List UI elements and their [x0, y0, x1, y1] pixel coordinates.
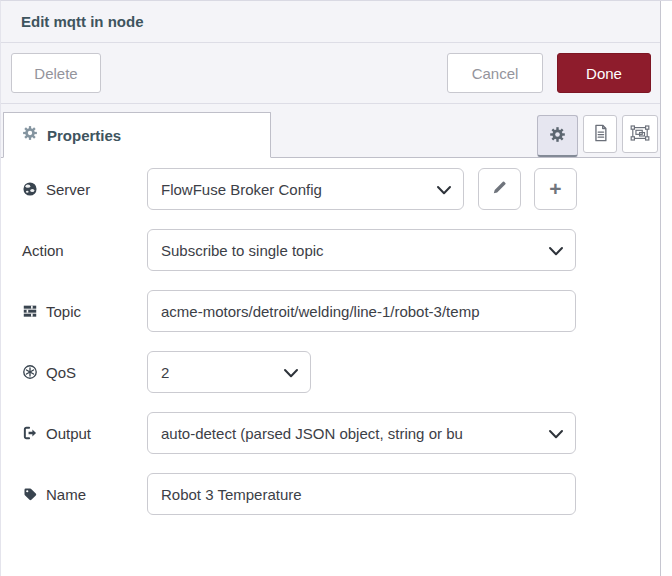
- name-row: Name: [1, 473, 660, 515]
- name-label: Name: [1, 486, 147, 503]
- qos-label-text: QoS: [46, 364, 76, 381]
- object-group-icon: [630, 124, 650, 145]
- globe-icon: [21, 181, 39, 197]
- add-server-button[interactable]: +: [534, 168, 577, 210]
- action-select[interactable]: Subscribe to single topic: [147, 229, 576, 271]
- name-input[interactable]: [147, 473, 576, 515]
- chevron-down-icon: [548, 426, 564, 443]
- topic-input[interactable]: [147, 290, 576, 332]
- plus-icon: +: [549, 177, 561, 201]
- edit-server-button[interactable]: [478, 168, 521, 210]
- gear-icon: [22, 125, 38, 145]
- dialog-title: Edit mqtt in node: [21, 13, 143, 30]
- qos-select[interactable]: 2: [147, 351, 311, 393]
- edit-mqtt-node-dialog: Edit mqtt in node Delete Cancel Done: [0, 0, 672, 576]
- scrollbar-gutter[interactable]: [660, 1, 672, 576]
- output-select[interactable]: auto-detect (parsed JSON object, string …: [147, 412, 576, 454]
- server-label-text: Server: [46, 181, 90, 198]
- output-label-text: Output: [46, 425, 91, 442]
- pencil-icon: [491, 179, 508, 199]
- properties-form: Server FlowFuse Broker Config: [1, 158, 660, 576]
- gear-icon: [549, 126, 566, 146]
- server-label: Server: [1, 181, 147, 198]
- appearance-tab-button[interactable]: [622, 115, 658, 153]
- tasks-icon: [21, 303, 39, 319]
- tab-row: Properties: [1, 104, 660, 158]
- cancel-button[interactable]: Cancel: [447, 53, 543, 93]
- server-row: Server FlowFuse Broker Config: [1, 168, 660, 210]
- action-select-value: Subscribe to single topic: [161, 242, 324, 259]
- description-tab-button[interactable]: [583, 115, 617, 153]
- output-row: Output auto-detect (parsed JSON object, …: [1, 412, 660, 454]
- output-select-value: auto-detect (parsed JSON object, string …: [161, 425, 463, 442]
- circled-asterisk-icon: [21, 364, 39, 380]
- settings-tab-button[interactable]: [537, 115, 578, 157]
- qos-row: QoS 2: [1, 351, 660, 393]
- sign-out-icon: [21, 425, 39, 441]
- topic-label: Topic: [1, 303, 147, 320]
- chevron-down-icon: [548, 243, 564, 260]
- delete-button[interactable]: Delete: [11, 53, 101, 93]
- dialog-button-bar: Delete Cancel Done: [1, 43, 660, 104]
- topic-row: Topic: [1, 290, 660, 332]
- topic-label-text: Topic: [46, 303, 81, 320]
- tag-icon: [21, 486, 39, 502]
- dialog-header: Edit mqtt in node: [1, 1, 660, 43]
- dialog-main: Edit mqtt in node Delete Cancel Done: [1, 1, 660, 576]
- output-label: Output: [1, 425, 147, 442]
- server-select[interactable]: FlowFuse Broker Config: [147, 168, 464, 210]
- editor-toolbar: [537, 115, 658, 157]
- name-label-text: Name: [46, 486, 86, 503]
- chevron-down-icon: [283, 365, 299, 382]
- description-icon: [591, 123, 609, 146]
- action-row: Action Subscribe to single topic: [1, 229, 660, 271]
- server-select-value: FlowFuse Broker Config: [161, 181, 322, 198]
- done-button[interactable]: Done: [557, 53, 651, 93]
- tab-properties-label: Properties: [47, 127, 121, 144]
- action-label: Action: [1, 242, 147, 259]
- tab-properties[interactable]: Properties: [3, 112, 271, 158]
- qos-select-value: 2: [161, 364, 169, 381]
- chevron-down-icon: [436, 182, 452, 199]
- action-label-text: Action: [22, 242, 64, 259]
- qos-label: QoS: [1, 364, 147, 381]
